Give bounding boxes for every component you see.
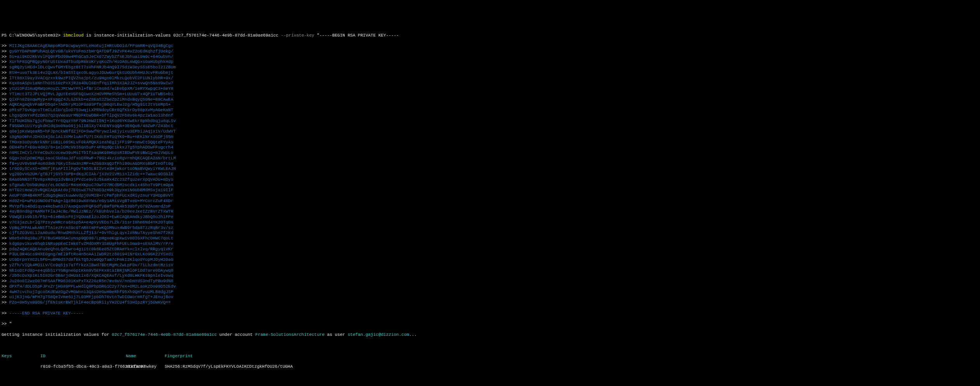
key-header: "-----BEGIN RSA PRIVATE KEY-----: [314, 33, 399, 38]
key-line: >> 5U+ai9KD2RkVvlFQ9nPDd90w4MhGCa5JeCX07…: [2, 54, 978, 60]
instance-id: 02c7_f576174e-7446-4e9b-87dd-81a0ae69a1c…: [112, 332, 217, 337]
key-line: >> PZo+0H5yx09DG/jfENIsKrBWTjklF4ecBp0Ri…: [2, 300, 978, 306]
key-line: >> mYTG2tHeWJ5vRQKCAQEAtdoj7EOswX7hZh8D3…: [2, 188, 978, 193]
user-email: stefan.gajic@dizzion.com: [348, 332, 409, 337]
command: ibmcloud: [63, 33, 83, 38]
terminal-window[interactable]: PS C:\WINDOWS\system32> ibmcloud is inst…: [0, 27, 980, 386]
key-end: -----END RSA PRIVATE KEY-----: [9, 311, 83, 316]
key-line: >> 4wH7cvchujIgcoSKdEWzDgZvMGWnn13QasDeG…: [2, 290, 978, 295]
col-name: Name: [126, 354, 165, 359]
key-line: >> s8gNpOmhnJDHXS4jGclAi3XMeluAnfU7tIKdc…: [2, 134, 978, 140]
key-line: >> ytUiOFd2AuQRWqoHoyZLJMtWwYFhl+fBriCms…: [2, 86, 978, 92]
key-line: >> TlfbUKDNa7gjcFbawTYr6QqzY8F79NJmW2I5N…: [2, 119, 978, 124]
key-line: >> yZfh/VIQk4MOiLV/Co9q5js7aTfrkzXlBwd7B…: [2, 263, 978, 268]
key-line: >> dPXfH/dDLD5pFJPxZrjH089PPLwHdlQ8PbpDR…: [2, 284, 978, 290]
status-line: Getting instance initialization values f…: [2, 332, 978, 338]
key-line: >> 4ayB8nd8grmAMXTFlaJ4cBc/MWlJzNEz//kEU…: [2, 209, 978, 215]
key-line: >> OEH4Psf+EGv4dH2/8+1elOMcV9I6Gn5uPr4FR…: [2, 145, 978, 150]
blank-line: [2, 343, 978, 348]
key-line: >> Ju26o0I2wzO07mFSAAfM9630iKxPxTXZ2GzR5…: [2, 279, 978, 284]
private-key-block: >> MIIJKgIBAAKCAgEAmpoM3F9cwpwyHYLeHoEuj…: [2, 44, 978, 306]
key-line: >> MIIJKgIBAAKCAgEAmpoM3F9cwpwyHYLeHoEuj…: [2, 44, 978, 49]
key-line: >> LhgsQOGYxPdzDm37q2qvWeaUrMNOFKbWOBR+b…: [2, 113, 978, 119]
key-line: >> NE1oDtFd9p+e4qGbS1YYGBgneGptKkm9V5EFK…: [2, 268, 978, 274]
key-line: >> lTt88XI9ay3VACqzxxk9wzPIQVZnajpt/zu9H…: [2, 76, 978, 81]
closing-quote: ": [9, 321, 12, 326]
key-line: >> fB+yUV6vbmF4oXddHk7GKyI5xw3nzMP+4ZGG3…: [2, 161, 978, 167]
blank-line: [2, 375, 978, 381]
prompt-line: PS C:\WINDOWS\system32> ibmcloud is inst…: [2, 33, 978, 38]
key-line: >> Kqx0sASpv1aNnTh02Si0zPxXjR2a4DUl8EnfY…: [2, 81, 978, 86]
key-line: >> TMOxm3oDyoNrkNNriGB1L08SKLvF0kAMQKXie…: [2, 140, 978, 145]
key-id: r010-fcba5fb5-dbca-49c3-a0a3-f76620313c9…: [40, 364, 126, 370]
key-line: >> vg20DvVG2UH/gTBJTjGYS70PB+dKqJCIAk/jX…: [2, 172, 978, 177]
key-line: >> AeUP7dM4B4KMfidGg5gHatkuwWvdpj0VMIB+r…: [2, 193, 978, 199]
key-line: >> GQg+2oCpOmCMgLsaoCSUdauJdfxoDXRwF+79G…: [2, 156, 978, 161]
key-line: >> q0ejpKxWqeaR5+hFJpnckW6fdZjFO+SwwfNry…: [2, 129, 978, 134]
key-line: >> BAa6bNN3TfbV8pxR0Vp1dvBm3jPYd1e9v3J5k…: [2, 177, 978, 183]
key-line: >> pMtsP7GvKgcoTtmCLdlU/qloD753wqjLXPRNd…: [2, 108, 978, 113]
key-end-line: >> -----END RSA PRIVATE KEY-----: [2, 311, 978, 316]
key-line: >> n9MtIHCYl/nYeC0uXcocew39uMsITbIfsaqmK…: [2, 150, 978, 156]
key-fingerprint: SHA256:RzMSdqV7f/yLspEkFKYVLOAIKCDtzgkHf…: [165, 364, 293, 370]
account-name: Frame-SolutionsArchitecture: [255, 332, 325, 337]
key-line: >> MVYpfko4Odiqyo4Hcbwn3J7AxpQsoVFQFGdfy…: [2, 204, 978, 210]
col-fingerprint: Fingerprint: [165, 354, 193, 359]
command-args: is instance-initialization-values 02c7_f…: [83, 33, 281, 38]
closing-quote-line: >> ": [2, 321, 978, 327]
key-line: >> tr6O9ySCvXS+dRNfjEsAFIIlFgOvTm55LBI2v…: [2, 166, 978, 172]
col-keys: Keys: [2, 354, 40, 359]
path: C:\WINDOWS\system32>: [9, 33, 63, 38]
key-line: >> XUrhF8SQPBQpyNGrUStUxadTbudpR8kUKryqK…: [2, 59, 978, 65]
key-line: >> QiXFn8Z9xqwMyp+XFxpgZ4JLGZEkb+eZ8EaS2…: [2, 97, 978, 103]
key-line: >> gyGYYDAPmNPUhAqLQtvGB/ukvYuFmszbHrQAT…: [2, 49, 978, 54]
key-line: >> RtH+uuoTk3Ei4v2QLmX/bImSSIqxcOLagyoJD…: [2, 70, 978, 76]
key-line: >> sfgXwb/bVb9UHpz/eL0CNDlrM4sHXKpuC7OwT…: [2, 183, 978, 188]
key-line: >> V9WQE1v9b15/F5z+6ieBmbxF8jYQDUaElzoJO…: [2, 215, 978, 220]
key-line: >> YT1Hct3T2JPLVQjMvLJgUtEeVGF6QiwoXzHOV…: [2, 92, 978, 97]
key-line: >> sgRQ2yiHEd+lDLcQwvfGMYEbgzBtI7sVhFNRJ…: [2, 65, 978, 70]
key-line: >> f9SGWXiUiYygkdHldq3o0NaG9jjGlIBiXy74X…: [2, 124, 978, 129]
key-line: >> kdgGpv1kuv0hqb1NRsppEeCImk0TvZMdOXMY3…: [2, 241, 978, 247]
key-line: >> uijK3jnG/mPH7g7S8QelVme61j7L03MFjpbDh…: [2, 295, 978, 300]
key-line: >> /2b5cOvXp1KL5I82GrDBarjdHUatix6/XQKCA…: [2, 273, 978, 279]
key-line: >> P3UL0R4Gcs9HXE0gng/mEl9ftRo4n5oAA1iWD…: [2, 252, 978, 257]
ps-marker: PS: [2, 33, 9, 38]
ssh-header-row: KeysIDNameFingerprint: [2, 354, 978, 359]
key-line: >> AQKCAgAQkVFaBFD5qd+7ADhryM1OFSa93Pfmj…: [2, 102, 978, 108]
ssh-data-row: r010-fcba5fb5-dbca-49c3-a0a3-f76620313c9…: [2, 364, 978, 370]
key-line: >> v7C3jazLbrlQ7PzsywHRcra6Xsp5A+e4pVyVE…: [2, 220, 978, 225]
key-line: >> pdaZ4QKCAQEAnu9eQhoLQd5wro4g1itc0k6Ee…: [2, 247, 978, 252]
private-key-flag: --private-key: [281, 33, 315, 38]
key-name: stefannewkey: [126, 364, 165, 370]
col-id: ID: [40, 354, 126, 359]
key-line: >> Hd0Z+G+wPU1ONO0dTmAg+lQz56i9wX8YWs/nG…: [2, 199, 978, 204]
key-line: >> W8e5xh8q10uJf37BuSH9S6ACymsp9QD98/LpH…: [2, 236, 978, 241]
key-line: >> cjftZO3V6Li2aA0udu/RnwdMnhXLLZfji3/+9…: [2, 231, 978, 236]
key-line: >> VpBqJFPALwkANtfTAiezFrAS9c0TAR8tmFFwK…: [2, 225, 978, 231]
key-line: >> UtGDrpnYXC2L5P0+uBM0dS7dXfEkTQ5Jcw9Qp…: [2, 257, 978, 263]
